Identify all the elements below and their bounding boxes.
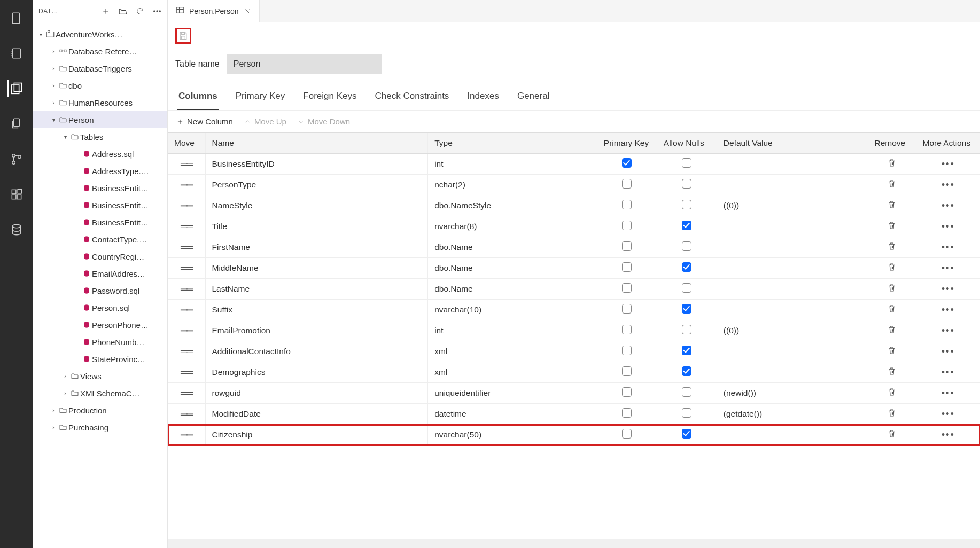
column-name[interactable]: Demographics xyxy=(205,362,428,383)
delete-icon[interactable] xyxy=(887,283,897,293)
allow-nulls-checkbox[interactable] xyxy=(682,158,691,168)
column-row[interactable]: ══Suffixnvarchar(10)••• xyxy=(168,300,980,320)
delete-icon[interactable] xyxy=(887,262,897,272)
table-name-input[interactable] xyxy=(227,54,382,74)
section-tab-foreign-keys[interactable]: Foreign Keys xyxy=(302,85,357,110)
drag-handle-icon[interactable]: ══ xyxy=(181,200,192,212)
more-actions-icon[interactable]: ••• xyxy=(942,367,955,378)
column-type[interactable]: nchar(2) xyxy=(428,175,597,195)
move-up-button[interactable]: Move Up xyxy=(244,117,286,126)
column-type[interactable]: nvarchar(8) xyxy=(428,216,597,237)
allow-nulls-checkbox[interactable] xyxy=(682,262,691,272)
delete-icon[interactable] xyxy=(887,304,897,314)
delete-icon[interactable] xyxy=(887,325,897,334)
section-tab-check-constraints[interactable]: Check Constraints xyxy=(374,85,450,110)
column-name[interactable]: NameStyle xyxy=(205,195,428,216)
column-row[interactable]: ══LastNamedbo.Name••• xyxy=(168,279,980,300)
activity-copy-icon[interactable] xyxy=(8,115,25,132)
tree-item[interactable]: ›XMLSchemaC… xyxy=(33,385,167,402)
allow-nulls-checkbox[interactable] xyxy=(682,304,691,314)
column-row[interactable]: ══BusinessEntityIDint••• xyxy=(168,154,980,175)
default-value[interactable] xyxy=(717,279,868,300)
column-name[interactable]: rowguid xyxy=(205,383,428,404)
tree-item[interactable]: Person.sql xyxy=(33,299,167,316)
tree-item[interactable]: AddressType.… xyxy=(33,162,167,179)
delete-icon[interactable] xyxy=(887,200,897,209)
twisty-icon[interactable]: › xyxy=(49,66,58,72)
column-row[interactable]: ══FirstNamedbo.Name••• xyxy=(168,237,980,258)
default-value[interactable]: ((0)) xyxy=(717,320,868,341)
save-button[interactable] xyxy=(175,28,191,44)
section-tab-general[interactable]: General xyxy=(516,85,550,110)
tree-item[interactable]: BusinessEntit… xyxy=(33,214,167,231)
default-value[interactable] xyxy=(717,425,868,445)
tree-item[interactable]: CountryRegi… xyxy=(33,248,167,265)
twisty-icon[interactable]: › xyxy=(49,408,58,413)
primary-key-checkbox[interactable] xyxy=(622,387,632,397)
primary-key-checkbox[interactable] xyxy=(622,366,632,376)
column-type[interactable]: uniqueidentifier xyxy=(428,383,597,404)
more-actions-icon[interactable]: ••• xyxy=(942,179,955,190)
more-actions-icon[interactable]: ••• xyxy=(942,325,955,336)
column-name[interactable]: BusinessEntityID xyxy=(205,154,428,175)
primary-key-checkbox[interactable] xyxy=(622,346,632,355)
delete-icon[interactable] xyxy=(887,408,897,418)
column-row[interactable]: ══rowguiduniqueidentifier(newid())••• xyxy=(168,383,980,404)
allow-nulls-checkbox[interactable] xyxy=(682,179,691,189)
column-type[interactable]: xml xyxy=(428,362,597,383)
tree-item[interactable]: BusinessEntit… xyxy=(33,197,167,214)
primary-key-checkbox[interactable] xyxy=(622,158,632,168)
tree-item[interactable]: ›Purchasing xyxy=(33,419,167,436)
column-type[interactable]: nvarchar(50) xyxy=(428,425,597,445)
allow-nulls-checkbox[interactable] xyxy=(682,387,691,397)
tree-item[interactable]: ▾Person xyxy=(33,111,167,128)
twisty-icon[interactable]: › xyxy=(49,83,58,89)
delete-icon[interactable] xyxy=(887,346,897,355)
activity-files-icon[interactable] xyxy=(7,80,25,97)
column-type[interactable]: dbo.Name xyxy=(428,279,597,300)
twisty-icon[interactable]: › xyxy=(61,373,69,379)
column-type[interactable]: int xyxy=(428,154,597,175)
drag-handle-icon[interactable]: ══ xyxy=(181,242,192,253)
tree-item[interactable]: Password.sql xyxy=(33,282,167,299)
default-value[interactable]: (newid()) xyxy=(717,383,868,404)
column-type[interactable]: dbo.Name xyxy=(428,258,597,279)
drag-handle-icon[interactable]: ══ xyxy=(181,409,192,420)
allow-nulls-checkbox[interactable] xyxy=(682,200,691,209)
column-row[interactable]: ══MiddleNamedbo.Name••• xyxy=(168,258,980,279)
horizontal-scrollbar[interactable] xyxy=(168,539,980,548)
column-name[interactable]: PersonType xyxy=(205,175,428,195)
twisty-icon[interactable]: › xyxy=(49,100,58,106)
allow-nulls-checkbox[interactable] xyxy=(682,241,691,251)
tree-item[interactable]: ContactType.… xyxy=(33,231,167,248)
column-name[interactable]: Title xyxy=(205,216,428,237)
allow-nulls-checkbox[interactable] xyxy=(682,346,691,355)
delete-icon[interactable] xyxy=(887,387,897,397)
default-value[interactable] xyxy=(717,258,868,279)
more-actions-icon[interactable]: ••• xyxy=(942,221,955,232)
refresh-icon[interactable] xyxy=(135,6,145,16)
tree-item[interactable]: BusinessEntit… xyxy=(33,179,167,197)
activity-branch-icon[interactable] xyxy=(8,151,25,168)
more-actions-icon[interactable]: ••• xyxy=(942,242,955,253)
column-type[interactable]: xml xyxy=(428,341,597,362)
primary-key-checkbox[interactable] xyxy=(622,241,632,251)
move-down-button[interactable]: Move Down xyxy=(297,117,350,126)
allow-nulls-checkbox[interactable] xyxy=(682,408,691,418)
column-row[interactable]: ══NameStyledbo.NameStyle((0))••• xyxy=(168,195,980,216)
allow-nulls-checkbox[interactable] xyxy=(682,429,691,439)
primary-key-checkbox[interactable] xyxy=(622,325,632,334)
allow-nulls-checkbox[interactable] xyxy=(682,221,691,230)
tree-item[interactable]: ›DatabaseTriggers xyxy=(33,60,167,77)
allow-nulls-checkbox[interactable] xyxy=(682,366,691,376)
chevron-down-icon[interactable]: ▾ xyxy=(36,32,45,37)
tree-item[interactable]: PersonPhone… xyxy=(33,316,167,333)
delete-icon[interactable] xyxy=(887,179,897,189)
drag-handle-icon[interactable]: ══ xyxy=(181,325,192,336)
delete-icon[interactable] xyxy=(887,221,897,230)
column-name[interactable]: FirstName xyxy=(205,237,428,258)
primary-key-checkbox[interactable] xyxy=(622,179,632,189)
drag-handle-icon[interactable]: ══ xyxy=(181,429,192,441)
column-name[interactable]: Citizenship xyxy=(205,425,428,445)
more-actions-icon[interactable]: ••• xyxy=(942,200,955,211)
